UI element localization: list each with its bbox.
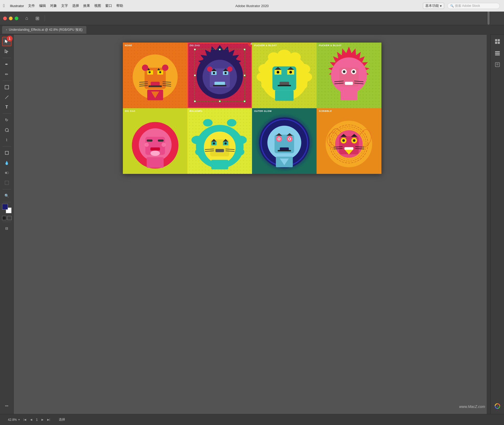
svg-rect-173	[498, 42, 500, 44]
tool-sep-4	[3, 146, 11, 147]
type-icon: T	[6, 105, 8, 110]
svg-point-43	[224, 72, 227, 74]
menu-object[interactable]: 对象	[50, 3, 57, 8]
search-bar[interactable]: 🔍 搜索 Adobe Stock	[447, 3, 500, 9]
status-tool: 选择	[59, 417, 65, 422]
pencil-icon: ✏	[5, 72, 8, 77]
lasso-icon	[5, 151, 9, 155]
menu-view[interactable]: 视图	[94, 3, 101, 8]
foreground-swatch[interactable]	[2, 204, 8, 210]
svg-point-116	[203, 119, 212, 126]
stroke-none-icon[interactable]	[7, 216, 12, 220]
svg-point-48	[207, 66, 212, 72]
color-wheel-icon[interactable]	[493, 402, 502, 412]
tile-pucker2-label: PUCKER & BLOAT	[319, 44, 342, 47]
properties-panel-icon[interactable]	[493, 60, 502, 69]
svg-point-30	[162, 65, 168, 71]
menu-effects[interactable]: 效果	[83, 3, 90, 8]
pencil-tool-button[interactable]: ✏	[2, 70, 12, 79]
layers-panel-icon[interactable]	[493, 48, 502, 58]
line-tool-button[interactable]	[2, 92, 12, 102]
tile-pucker2[interactable]: PUCKER & BLOAT	[317, 43, 381, 108]
nav-next-icon[interactable]: ▶	[40, 417, 45, 422]
fill-none-icon[interactable]	[2, 216, 6, 220]
blend-tool-button[interactable]	[2, 168, 12, 178]
minimize-button[interactable]	[9, 17, 13, 20]
zoom-tool-button[interactable]: 🔍	[2, 191, 12, 200]
warp-tool-button[interactable]: ⌇	[2, 135, 12, 145]
left-toolbar: 1 ✒ ✏ T ↻	[0, 35, 14, 414]
menu-help[interactable]: 帮助	[116, 3, 123, 8]
svg-point-118	[235, 136, 246, 144]
tile-outer-glow[interactable]: OUTER GLOW	[252, 108, 317, 174]
lion-zigzag2-svg	[123, 108, 187, 174]
artboard-icon	[5, 181, 9, 185]
svg-rect-171	[498, 39, 500, 41]
tile-none[interactable]: NONE	[123, 43, 187, 108]
tile-scribble[interactable]: SCRIBBLE	[317, 108, 381, 174]
svg-rect-56	[194, 101, 196, 102]
canvas-scroll[interactable]: NONE	[14, 35, 490, 414]
tile-zigzag1-label: ZIG ZAG	[190, 44, 200, 47]
menu-illustrator[interactable]: Illustrator	[10, 4, 24, 8]
tile-none-label: NONE	[125, 44, 132, 47]
blend-icon	[5, 171, 9, 175]
menu-select[interactable]: 选择	[72, 3, 79, 8]
eyedropper-tool-button[interactable]: 💧	[2, 158, 12, 168]
rotate-tool-button[interactable]: ↻	[2, 115, 12, 125]
svg-point-125	[224, 142, 227, 144]
menu-window[interactable]: 窗口	[105, 3, 112, 8]
tab-close-icon[interactable]: ×	[6, 28, 7, 31]
more-tools-button[interactable]: •••	[2, 401, 12, 411]
svg-rect-170	[495, 39, 497, 41]
file-tab[interactable]: × Understanding_Effects.ai @ 42.8% (RGB/…	[2, 26, 86, 34]
scale-tool-button[interactable]	[2, 125, 12, 135]
pen-tool-button[interactable]: ✒	[2, 60, 12, 69]
apple-logo-icon[interactable]: 	[3, 3, 5, 8]
menu-text[interactable]: 文字	[61, 3, 68, 8]
panels-icon[interactable]: ⊞	[33, 14, 41, 23]
nav-prev-icon[interactable]: ◀	[29, 417, 34, 422]
tile-pucker1[interactable]: PUCKER & BLOAT	[252, 43, 317, 108]
zoom-control[interactable]: 42.8% ▼	[4, 418, 20, 422]
tile-zigzag1[interactable]: ZIG ZAG 2	[187, 43, 252, 108]
maximize-button[interactable]	[15, 17, 18, 20]
svg-marker-1	[5, 50, 8, 53]
tab-bar: × Understanding_Effects.ai @ 42.8% (RGB/…	[0, 25, 504, 35]
zoom-dropdown-icon[interactable]: ▼	[18, 418, 20, 421]
color-swatches[interactable]	[2, 204, 12, 213]
status-bar: 42.8% ▼ |◀ ◀ 1 ▶ ▶| 选择	[0, 414, 504, 425]
type-tool-button[interactable]: T	[2, 102, 12, 112]
artboard: NONE	[123, 43, 381, 174]
artboard-tool-button[interactable]	[2, 178, 12, 188]
svg-rect-92	[345, 82, 353, 85]
zoom-icon: 🔍	[4, 194, 9, 198]
rectangle-tool-button[interactable]	[2, 82, 12, 92]
lasso-tool-button[interactable]	[2, 148, 12, 158]
workspace-selector[interactable]: 基本功能 ▾	[423, 3, 444, 9]
svg-point-119	[235, 148, 244, 156]
scrollbar-area[interactable]: ▲	[487, 0, 490, 425]
tile-roughen[interactable]: ROUGHEN	[187, 108, 252, 174]
workspace-label: 基本功能	[425, 3, 439, 8]
close-button[interactable]	[3, 17, 7, 20]
libraries-panel-icon[interactable]	[493, 37, 502, 46]
svg-rect-176	[495, 54, 500, 55]
home-icon[interactable]: ⌂	[23, 14, 31, 23]
nav-last-icon[interactable]: ▶|	[46, 417, 51, 422]
nav-first-icon[interactable]: |◀	[22, 417, 28, 422]
svg-rect-81	[275, 90, 294, 101]
svg-rect-177	[495, 63, 500, 67]
tile-zigzag2[interactable]: ZIG ZAG	[123, 108, 187, 174]
menu-file[interactable]: 文件	[28, 3, 35, 8]
lion-none-svg	[123, 43, 187, 108]
libraries-button[interactable]: ⊟	[2, 224, 12, 233]
svg-rect-97	[340, 90, 358, 100]
right-panel	[490, 35, 504, 414]
menu-edit[interactable]: 编辑	[39, 3, 46, 8]
direct-selection-tool-button[interactable]	[2, 47, 12, 56]
svg-point-105	[144, 143, 149, 147]
lion-zigzag-svg	[187, 43, 252, 108]
selection-tool-button[interactable]: 1	[2, 37, 12, 46]
svg-rect-109	[146, 157, 164, 168]
